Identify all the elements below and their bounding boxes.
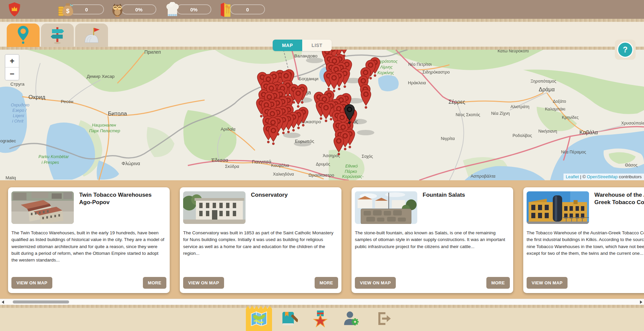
- more-button[interactable]: MORE: [486, 277, 510, 289]
- svg-text:Νέα Πέραμος: Νέα Πέραμος: [561, 150, 586, 154]
- money-value: 0: [69, 4, 104, 14]
- svg-text:Νιγρίτα: Νιγρίτα: [441, 136, 455, 141]
- card-image-twin-warehouses: [11, 191, 74, 224]
- svg-text:Σοχός: Σοχός: [362, 154, 373, 159]
- svg-text:Демир Хисар: Демир Хисар: [87, 74, 114, 79]
- card-buttons: VIEW ON MAP MORE: [183, 277, 338, 289]
- toolbar: MAP LIST ?: [0, 19, 644, 50]
- exit-icon: [375, 311, 391, 327]
- zoom-in-button[interactable]: +: [5, 55, 19, 67]
- carousel-scrollbar[interactable]: [0, 299, 644, 305]
- money-bag-coins-icon: $: [58, 2, 74, 17]
- cooking-value: 0%: [176, 4, 211, 14]
- svg-text:Σιδηρόκαστρο: Σιδηρόκαστρο: [422, 69, 450, 75]
- nav-item-journal[interactable]: [281, 310, 298, 327]
- svg-text:Ηράκλεια: Ηράκλεια: [408, 80, 426, 85]
- view-toggle: MAP LIST: [273, 40, 332, 51]
- card-image-yellow-warehouse: [527, 191, 589, 224]
- svg-text:Πάρκο: Πάρκο: [345, 169, 357, 174]
- svg-text:Θάσος: Θάσος: [625, 163, 638, 168]
- view-on-map-button[interactable]: VIEW ON MAP: [355, 277, 396, 289]
- svg-text:Αριδαία: Αριδαία: [221, 127, 236, 132]
- nav-item-achievements[interactable]: [312, 310, 329, 327]
- poi-card: Fountain Salats The stone-built fountain…: [352, 187, 513, 293]
- card-buttons: VIEW ON MAP MORE: [11, 277, 166, 289]
- svg-text:Ресен: Ресен: [61, 99, 73, 104]
- top-stats-bar: $ 0 0%: [0, 0, 644, 19]
- svg-text:$: $: [66, 8, 69, 14]
- view-on-map-button[interactable]: VIEW ON MAP: [11, 277, 52, 289]
- svg-text:Езеро /: Езеро /: [12, 108, 27, 113]
- knowledge-value: 0%: [121, 4, 156, 14]
- svg-text:Καλαμπάκι: Καλαμπάκι: [545, 107, 566, 111]
- nav-item-exit[interactable]: [375, 310, 392, 327]
- svg-text:Νικήσιανη: Νικήσιανη: [538, 129, 557, 134]
- medal-star-icon: [313, 310, 328, 327]
- journal-pencil-icon: [281, 311, 298, 327]
- svg-text:Κουφάλια: Κουφάλια: [271, 163, 289, 168]
- svg-text:Битола: Битола: [108, 110, 127, 117]
- svg-text:Καβάλα: Καβάλα: [579, 130, 598, 135]
- zoom-out-button[interactable]: −: [5, 67, 19, 80]
- card-description: The stone-built fountain, also known as …: [355, 230, 508, 250]
- svg-text:Ξηροπόταμος: Ξηροπόταμος: [531, 79, 556, 84]
- svg-text:Κερκίνης: Κερκίνης: [377, 70, 394, 75]
- svg-text:ogradec: ogradec: [0, 138, 16, 143]
- card-description: The Conservatory was built in 1853 as pa…: [183, 230, 336, 257]
- card-title: Twin Tobacco Warehouses Ago-Popov: [79, 191, 166, 206]
- bottom-navigation: [0, 305, 644, 331]
- nav-item-profile[interactable]: [343, 310, 360, 327]
- tab-routes[interactable]: [41, 23, 74, 47]
- svg-text:Liqeni: Liqeni: [13, 113, 24, 118]
- scrollbar-thumb[interactable]: [13, 300, 69, 303]
- card-image-conservatory: [183, 191, 246, 224]
- cooking-stat: 0%: [165, 3, 211, 16]
- card-image-fountain: [355, 191, 417, 224]
- leaflet-map[interactable]: ПрилепДемир ХисарСтругаОхридРесенБитолаo…: [0, 50, 644, 180]
- help-button-container: ?: [615, 40, 636, 60]
- card-title: Warehouse of the Austrian-Greek Tobacco …: [594, 191, 644, 206]
- leaflet-link[interactable]: Leaflet: [566, 174, 579, 179]
- tab-landmarks[interactable]: [75, 23, 108, 47]
- svg-text:Κάτω Νευροκόπι: Κάτω Νευροκόπι: [497, 50, 529, 53]
- tab-locations[interactable]: [7, 23, 40, 47]
- woven-texture-strip: [0, 305, 644, 308]
- svg-text:Κρηνίδες: Κρηνίδες: [562, 115, 579, 120]
- svg-text:Γιαννιτσά: Γιαννιτσά: [252, 159, 271, 164]
- map-canvas[interactable]: ПрилепДемир ХисарСтругаОхридРесенБитолаo…: [0, 50, 644, 180]
- list-view-button[interactable]: LIST: [302, 40, 332, 51]
- svg-text:Νέα Ζίχνη: Νέα Ζίχνη: [491, 111, 510, 116]
- svg-text:Parku Kombëtar: Parku Kombëtar: [39, 154, 69, 159]
- svg-text:Φλώρινα: Φλώρινα: [121, 161, 140, 166]
- scroll-right-arrow-icon[interactable]: [640, 300, 642, 304]
- openstreetmap-link[interactable]: OpenStreetMap: [587, 174, 618, 179]
- svg-text:Ασπροβάλτα: Ασπροβάλτα: [471, 174, 496, 179]
- help-button[interactable]: ?: [617, 42, 633, 58]
- view-on-map-button[interactable]: VIEW ON MAP: [183, 277, 224, 289]
- map-zoom-control: + −: [5, 54, 19, 81]
- scroll-left-arrow-icon[interactable]: [2, 300, 4, 304]
- svg-text:Струга: Струга: [10, 82, 25, 87]
- svg-text:Национален: Национален: [92, 123, 116, 128]
- svg-text:Νέος Σκοπός: Νέος Σκοπός: [455, 112, 480, 117]
- svg-text:Νέο Πετρίτσι: Νέο Πετρίτσι: [408, 62, 432, 67]
- card-title: Conservatory: [251, 191, 337, 199]
- svg-text:Δοξάτο: Δοξάτο: [553, 99, 566, 104]
- svg-text:Υγρότοπος: Υγρότοπος: [377, 59, 398, 64]
- svg-text:Охридско: Охридско: [11, 103, 30, 107]
- poi-card: Warehouse of the Austrian-Greek Tobacco …: [523, 187, 644, 293]
- view-on-map-button[interactable]: VIEW ON MAP: [527, 277, 568, 289]
- map-view-button[interactable]: MAP: [273, 40, 302, 51]
- svg-text:Maliq: Maliq: [5, 175, 16, 180]
- app-screen: $ 0 0%: [0, 0, 644, 331]
- svg-text:Ωραιόκαστρο: Ωραιόκαστρο: [309, 173, 334, 178]
- more-button[interactable]: MORE: [315, 277, 338, 289]
- svg-text:Χαλκηδόνα: Χαλκηδόνα: [273, 172, 294, 177]
- card-description: The Twin Tobacco Warehouses, built in th…: [11, 230, 164, 264]
- knowledge-stat: 0%: [110, 3, 156, 16]
- svg-text:Парк Пелистер: Парк Пелистер: [89, 129, 120, 133]
- poi-card: Twin Tobacco Warehouses Ago-Popov The Tw…: [8, 187, 170, 293]
- svg-text:Охрид: Охрид: [29, 94, 45, 100]
- nav-item-map[interactable]: [251, 310, 267, 327]
- more-button[interactable]: MORE: [143, 277, 166, 289]
